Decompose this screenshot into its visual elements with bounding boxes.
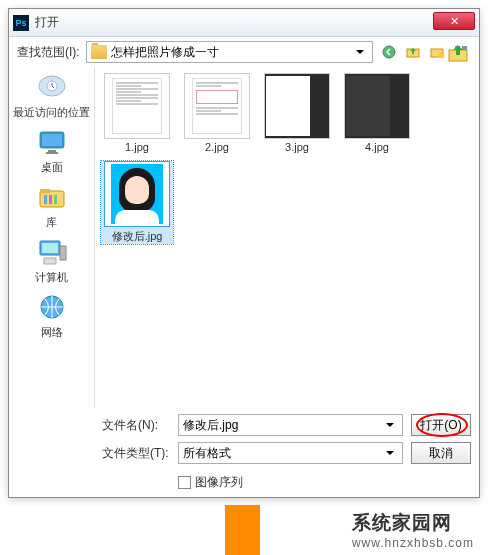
open-button-label: 打开(O) (420, 417, 461, 434)
open-dialog-window: Ps 打开 ✕ 查找范围(I): 怎样把照片修成一寸 最近访问的位置 桌面 (8, 8, 480, 498)
look-in-value: 怎样把照片修成一寸 (111, 44, 352, 61)
photoshop-icon: Ps (13, 15, 29, 31)
sidebar-item-label: 库 (46, 215, 57, 230)
sidebar-item-label: 计算机 (35, 270, 68, 285)
sidebar-item-label: 网络 (41, 325, 63, 340)
svg-point-3 (438, 52, 444, 58)
sidebar-item-label: 桌面 (41, 160, 63, 175)
chevron-down-icon (382, 443, 398, 463)
file-item[interactable]: 1.jpg (101, 73, 173, 153)
sidebar-item-network[interactable]: 网络 (9, 293, 94, 340)
filename-label: 文件名(N): (102, 417, 170, 434)
cancel-button[interactable]: 取消 (411, 442, 471, 464)
svg-rect-16 (40, 189, 50, 193)
close-button[interactable]: ✕ (433, 12, 475, 30)
up-folder-icon[interactable] (403, 42, 423, 62)
sidebar-item-label: 最近访问的位置 (13, 105, 90, 120)
bottom-controls: 文件名(N): 修改后.jpg 打开(O) 文件类型(T): 所有格式 (94, 408, 479, 497)
filename-value: 修改后.jpg (183, 417, 382, 434)
chevron-down-icon (382, 415, 398, 435)
svg-point-0 (383, 46, 395, 58)
svg-rect-18 (49, 195, 52, 204)
svg-rect-22 (60, 246, 66, 260)
sequence-checkbox[interactable] (178, 476, 191, 489)
svg-rect-14 (46, 152, 58, 154)
sidebar-item-recent[interactable]: 最近访问的位置 (9, 73, 94, 120)
svg-rect-13 (48, 150, 56, 152)
sidebar-item-computer[interactable]: 计算机 (9, 238, 94, 285)
file-list[interactable]: 1.jpg2.jpg3.jpg4.jpg修改后.jpg (94, 67, 479, 408)
svg-rect-21 (42, 243, 58, 253)
chevron-down-icon (352, 42, 368, 62)
sequence-row: 图像序列 (178, 474, 471, 491)
watermark: 系统家园网 www.hnzxhbsb.com (0, 505, 500, 555)
main-area: 1.jpg2.jpg3.jpg4.jpg修改后.jpg 文件名(N): 修改后.… (94, 67, 479, 497)
look-in-combo[interactable]: 怎样把照片修成一寸 (86, 41, 373, 63)
file-item[interactable]: 2.jpg (181, 73, 253, 153)
window-title: 打开 (35, 14, 59, 31)
watermark-url: www.hnzxhbsb.com (352, 536, 474, 550)
watermark-house-icon (225, 515, 245, 537)
computer-icon (36, 238, 68, 268)
new-folder-icon[interactable] (427, 42, 447, 62)
dialog-body: 最近访问的位置 桌面 库 计算机 网络 1.jpg2.jpg3.jpg4.jpg… (9, 67, 479, 497)
goto-folder-icon[interactable] (447, 45, 469, 63)
folder-icon (91, 45, 107, 59)
network-icon (36, 293, 68, 323)
file-item[interactable]: 修改后.jpg (101, 161, 173, 244)
filetype-value: 所有格式 (183, 445, 382, 462)
file-name: 4.jpg (365, 141, 389, 153)
svg-rect-17 (44, 195, 47, 204)
watermark-brand: 系统家园网 (352, 510, 452, 536)
filename-row: 文件名(N): 修改后.jpg 打开(O) (102, 414, 471, 436)
desktop-icon (36, 128, 68, 158)
filetype-label: 文件类型(T): (102, 445, 170, 462)
file-name: 2.jpg (205, 141, 229, 153)
sequence-label: 图像序列 (195, 474, 243, 491)
cancel-button-label: 取消 (429, 445, 453, 462)
filetype-combo[interactable]: 所有格式 (178, 442, 403, 464)
recent-places-icon (36, 73, 68, 103)
file-item[interactable]: 3.jpg (261, 73, 333, 153)
file-item[interactable]: 4.jpg (341, 73, 413, 153)
titlebar: Ps 打开 ✕ (9, 9, 479, 37)
file-name: 1.jpg (125, 141, 149, 153)
svg-rect-12 (42, 134, 62, 146)
svg-rect-19 (54, 195, 57, 204)
sidebar-item-library[interactable]: 库 (9, 183, 94, 230)
filetype-row: 文件类型(T): 所有格式 取消 (102, 442, 471, 464)
library-icon (36, 183, 68, 213)
look-in-toolbar: 查找范围(I): 怎样把照片修成一寸 (9, 37, 479, 67)
file-name: 修改后.jpg (112, 229, 163, 244)
sidebar-item-desktop[interactable]: 桌面 (9, 128, 94, 175)
back-icon[interactable] (379, 42, 399, 62)
places-sidebar: 最近访问的位置 桌面 库 计算机 网络 (9, 67, 94, 497)
svg-rect-23 (44, 258, 56, 264)
filename-combo[interactable]: 修改后.jpg (178, 414, 403, 436)
file-name: 3.jpg (285, 141, 309, 153)
open-button[interactable]: 打开(O) (411, 414, 471, 436)
look-in-label: 查找范围(I): (17, 44, 80, 61)
